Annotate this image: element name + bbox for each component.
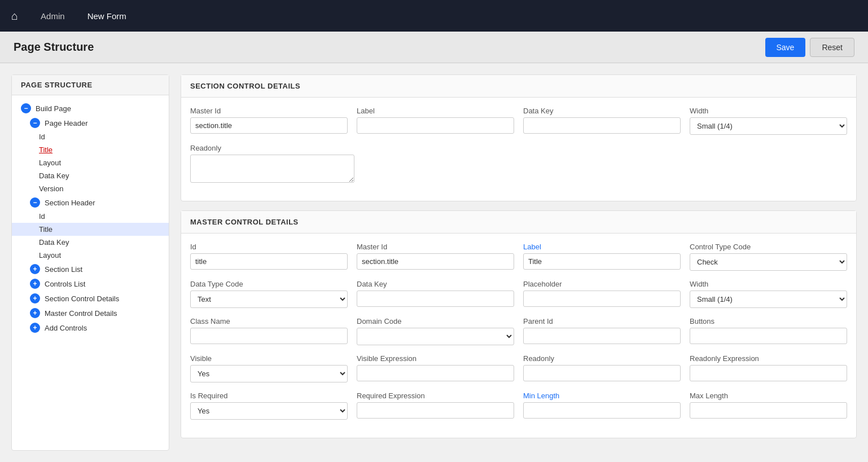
tree-label: Data Key (39, 238, 69, 247)
tree-label: Section Control Details (45, 294, 119, 303)
input-mc-max-length[interactable] (690, 402, 847, 419)
fg-master-id: Master Id (190, 107, 348, 135)
input-mc-id[interactable] (190, 253, 348, 270)
page-title: Page Structure (14, 41, 94, 54)
mc-row-2: Data Type Code Text Number Boolean Date … (190, 280, 847, 308)
label-width: Width (690, 107, 847, 115)
label-mc-domain-code: Domain Code (357, 317, 514, 325)
label-mc-readonly-expr: Readonly Expression (690, 354, 847, 363)
tree-item-layout-1[interactable]: Layout (12, 156, 169, 169)
fg-mc-master-id: Master Id (357, 243, 514, 271)
main-layout: PAGE STRUCTURE Build Page Page Header Id… (0, 63, 868, 462)
tree-label: Data Key (39, 171, 69, 180)
fg-mc-visible: Visible Yes No (190, 354, 348, 382)
section-control-panel-body: Master Id Label Data Key Width S (181, 98, 856, 201)
tree-item-section-header[interactable]: Section Header (12, 195, 169, 210)
sub-header: Page Structure Save Reset (0, 32, 868, 63)
input-mc-class-name[interactable] (190, 328, 348, 344)
label-mc-max-length: Max Length (690, 391, 847, 400)
label-mc-visible-expr: Visible Expression (357, 354, 514, 363)
section-control-panel-header: SECTION CONTROL DETAILS (181, 75, 856, 98)
select-mc-is-required[interactable]: Yes No (190, 402, 348, 420)
tree-label: Version (39, 184, 63, 193)
collapse-icon (30, 118, 40, 128)
save-button[interactable]: Save (765, 38, 806, 57)
fg-mc-class-name: Class Name (190, 317, 348, 345)
input-mc-readonly[interactable] (523, 365, 681, 381)
tree-item-section-control-details[interactable]: Section Control Details (12, 291, 169, 306)
input-mc-placeholder[interactable] (523, 291, 681, 307)
tree-item-title-2[interactable]: Title (12, 223, 169, 236)
fg-mc-required-expr: Required Expression (357, 391, 514, 420)
master-control-panel-header: MASTER CONTROL DETAILS (181, 211, 856, 234)
input-mc-data-key[interactable] (357, 291, 514, 307)
tree-item-datakey-1[interactable]: Data Key (12, 169, 169, 182)
select-mc-domain-code[interactable] (357, 328, 514, 345)
fg-mc-control-type: Control Type Code Check Text Select Date… (690, 243, 847, 271)
tree-item-version[interactable]: Version (12, 182, 169, 195)
tree-label: Layout (39, 159, 61, 167)
label-readonly-sc: Readonly (190, 144, 354, 152)
header-button-group: Save Reset (765, 38, 855, 57)
tree-item-layout-2[interactable]: Layout (12, 249, 169, 262)
label-mc-required-expr: Required Expression (357, 391, 514, 400)
input-mc-parent-id[interactable] (523, 328, 681, 344)
label-mc-control-type: Control Type Code (690, 243, 847, 251)
fg-mc-is-required: Is Required Yes No (190, 391, 348, 420)
select-mc-control-type[interactable]: Check Text Select Date Number (690, 253, 847, 271)
content-area: SECTION CONTROL DETAILS Master Id Label … (181, 74, 857, 451)
tree-label: Build Page (36, 104, 71, 113)
input-master-id[interactable] (190, 117, 348, 134)
tree-item-datakey-2[interactable]: Data Key (12, 236, 169, 249)
input-mc-visible-expr[interactable] (357, 365, 514, 381)
input-mc-label[interactable] (523, 253, 681, 270)
nav-new-form[interactable]: New Form (87, 11, 126, 21)
nav-admin[interactable]: Admin (41, 11, 65, 21)
fg-mc-placeholder: Placeholder (523, 280, 681, 308)
label-mc-readonly: Readonly (523, 354, 681, 363)
input-mc-required-expr[interactable] (357, 402, 514, 419)
tree-item-add-controls[interactable]: Add Controls (12, 320, 169, 335)
input-mc-master-id[interactable] (357, 253, 514, 270)
sidebar: PAGE STRUCTURE Build Page Page Header Id… (11, 74, 169, 451)
select-mc-visible[interactable]: Yes No (190, 365, 348, 382)
fg-mc-width: Width Small (1/4) Medium (1/2) Large (3/… (690, 280, 847, 308)
textarea-readonly-sc[interactable] (190, 155, 354, 183)
tree-label: Title (39, 225, 52, 234)
reset-button[interactable]: Reset (810, 38, 854, 57)
fg-mc-domain-code: Domain Code (357, 317, 514, 345)
input-data-key[interactable] (523, 117, 681, 134)
fg-mc-readonly-expr: Readonly Expression (690, 354, 847, 382)
tree-item-build-page[interactable]: Build Page (12, 101, 169, 116)
home-icon[interactable]: ⌂ (11, 10, 18, 23)
tree-item-id-2[interactable]: Id (12, 210, 169, 223)
tree-item-master-control-details[interactable]: Master Control Details (12, 306, 169, 320)
input-mc-buttons[interactable] (690, 328, 847, 344)
label-mc-parent-id: Parent Id (523, 317, 681, 325)
expand-icon (30, 264, 40, 274)
tree-label: Layout (39, 251, 61, 259)
tree-item-title-1[interactable]: Title (12, 143, 169, 156)
fg-readonly-sc: Readonly (190, 144, 354, 183)
label-mc-is-required: Is Required (190, 391, 348, 400)
input-mc-min-length[interactable] (523, 402, 681, 419)
top-nav: ⌂ Admin New Form (0, 0, 868, 32)
label-mc-visible: Visible (190, 354, 348, 363)
select-width[interactable]: Small (1/4) Medium (1/2) Large (3/4) Ful… (690, 117, 847, 135)
input-label[interactable] (357, 117, 514, 134)
master-control-panel-body: Id Master Id Label Control Type Code (181, 234, 856, 438)
tree-label: Page Header (45, 119, 88, 127)
sidebar-content: Build Page Page Header Id Title Layout D… (12, 95, 169, 341)
select-mc-data-type[interactable]: Text Number Boolean Date (190, 291, 348, 308)
tree-item-page-header[interactable]: Page Header (12, 116, 169, 130)
tree-item-id-1[interactable]: Id (12, 130, 169, 143)
collapse-icon (30, 197, 40, 208)
fg-mc-parent-id: Parent Id (523, 317, 681, 345)
tree-item-section-list[interactable]: Section List (12, 262, 169, 276)
input-mc-readonly-expr[interactable] (690, 365, 847, 381)
select-mc-width[interactable]: Small (1/4) Medium (1/2) Large (3/4) Ful… (690, 291, 847, 308)
fg-mc-id: Id (190, 243, 348, 271)
fg-mc-label: Label (523, 243, 681, 271)
tree-item-controls-list[interactable]: Controls List (12, 276, 169, 291)
section-control-row-1: Master Id Label Data Key Width S (190, 107, 847, 135)
